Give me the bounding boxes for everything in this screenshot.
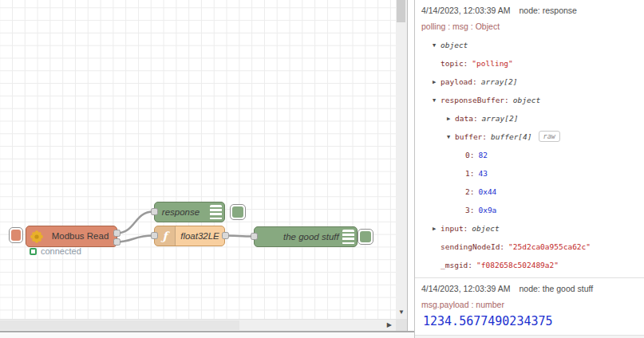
port-response-input[interactable] (151, 208, 158, 215)
modbus-status: connected (30, 246, 81, 256)
tree-row: ▶data:array[2] (421, 109, 638, 128)
tree-key: payload: (441, 77, 477, 86)
tree-row: 2:0x44 (421, 183, 638, 201)
wire-modbus-to-function[interactable] (117, 236, 153, 242)
status-ring-icon (30, 248, 37, 255)
node-goodstuff-debug[interactable]: the good stuff (254, 226, 358, 247)
modbus-node-button-fill (11, 230, 21, 241)
node-modbus-read[interactable]: Modbus Read (26, 226, 117, 247)
tree-key: 2: (465, 187, 474, 196)
tree-key: responseBuffer: (441, 96, 509, 104)
response-debug-toggle-button[interactable] (230, 204, 246, 220)
tree-row: 1:43 (421, 164, 638, 183)
scroll-right-arrow-icon[interactable]: ▶ (387, 322, 392, 328)
expand-arrow-icon[interactable]: ▼ (447, 128, 455, 147)
flow-canvas[interactable]: Modbus Read connected response ƒ float32… (0, 0, 396, 319)
debug-message: 4/14/2023, 12:03:39 AMnode: the good stu… (415, 278, 644, 336)
tree-key: buffer: (455, 132, 487, 141)
tree-key: 3: (465, 206, 474, 214)
message-meta: 4/14/2023, 12:03:39 AMnode: the good stu… (421, 284, 638, 294)
tree-key: 1: (465, 169, 474, 178)
workspace-footer (0, 331, 414, 338)
tree-value: "polling" (472, 59, 512, 68)
tree-key: data: (455, 114, 478, 123)
tree-value: object (513, 96, 540, 104)
port-modbus-output-0[interactable] (113, 230, 121, 237)
payload-value: 1234.5677490234375 (421, 315, 638, 328)
wires-layer (0, 0, 396, 319)
debug-list-icon (342, 230, 354, 245)
function-icon: ƒ (155, 226, 176, 246)
port-function-output[interactable] (222, 232, 229, 239)
raw-button[interactable]: raw (539, 131, 560, 142)
tree-value: 0x44 (478, 187, 496, 196)
tree-value: 43 (478, 169, 487, 178)
toggle-fill (232, 206, 243, 218)
tree-row: ▼buffer:buffer[4]raw (421, 128, 638, 146)
horizontal-scrollbar-thumb[interactable] (0, 320, 239, 330)
canvas-vertical-scrollbar[interactable]: ▼ (396, 0, 408, 319)
tree-key: _msgid: (441, 261, 472, 269)
tree-row: topic:"polling" (421, 54, 638, 73)
tree-value: "f082658c502489a2" (476, 261, 559, 269)
node-response-debug[interactable]: response (154, 202, 225, 222)
port-goodstuff-input[interactable] (251, 233, 258, 240)
message-meta: 4/14/2023, 12:03:39 AMnode: response (421, 6, 638, 16)
message-property-path[interactable]: polling : msg : Object (421, 22, 638, 32)
expand-arrow-icon[interactable]: ▶ (433, 220, 441, 238)
tree-value: object (441, 41, 468, 49)
tree-value: 82 (478, 151, 487, 159)
expand-arrow-icon[interactable]: ▼ (433, 37, 441, 55)
tree-row: ▶payload:array[2] (421, 73, 638, 91)
node-label-goodstuff: the good stuff (255, 227, 357, 246)
tree-key: 0: (465, 151, 474, 159)
modbus-node-button[interactable] (9, 227, 23, 243)
tree-value: array[2] (481, 77, 518, 86)
tree-row: 3:0x9a (421, 201, 638, 219)
debug-messages: 4/14/2023, 12:03:39 AMnode: responsepoll… (415, 0, 644, 336)
status-text: connected (41, 246, 81, 256)
message-property-path[interactable]: msg.payload : number (421, 300, 638, 310)
toggle-fill (360, 231, 371, 242)
expand-arrow-icon[interactable]: ▶ (433, 73, 441, 92)
message-timestamp: 4/14/2023, 12:03:39 AM (421, 6, 511, 15)
canvas-horizontal-scrollbar[interactable]: ▶ (0, 319, 396, 331)
vertical-scrollbar-thumb[interactable] (397, 0, 405, 22)
tree-row: ▼object (421, 36, 638, 54)
port-function-input[interactable] (151, 232, 158, 239)
tree-value: "25d2ca0a955ca62c" (508, 242, 591, 251)
tree-value: array[2] (482, 114, 519, 123)
wire-modbus-to-response[interactable] (117, 212, 153, 234)
tree-key: sendingNodeId: (441, 242, 504, 251)
tree-key: input: (441, 224, 468, 233)
modbus-flower-icon (30, 230, 43, 243)
json-tree: ▼objecttopic:"polling"▶payload:array[2]▼… (421, 36, 638, 274)
tree-row: ▶input:object (421, 219, 638, 238)
message-timestamp: 4/14/2023, 12:03:39 AM (421, 284, 511, 293)
tree-value: 0x9a (478, 206, 496, 214)
tree-row: ▼responseBuffer:object (421, 91, 638, 109)
tree-value: object (472, 224, 499, 233)
node-red-window: Modbus Read connected response ƒ float32… (0, 0, 644, 338)
tree-row: sendingNodeId:"25d2ca0a955ca62c" (421, 238, 638, 256)
debug-list-icon (210, 205, 222, 220)
goodstuff-debug-toggle-button[interactable] (358, 229, 373, 245)
message-source-node[interactable]: node: the good stuff (520, 284, 594, 293)
node-float32le-function[interactable]: ƒ float32LE (154, 226, 225, 246)
tree-key: topic: (441, 59, 468, 68)
port-modbus-output-1[interactable] (113, 238, 121, 246)
expand-arrow-icon[interactable]: ▼ (433, 92, 441, 110)
scroll-down-arrow-icon[interactable]: ▼ (398, 309, 405, 316)
debug-sidebar: 4/14/2023, 12:03:39 AMnode: responsepoll… (414, 0, 644, 338)
debug-message: 4/14/2023, 12:03:39 AMnode: responsepoll… (415, 0, 644, 278)
expand-arrow-icon[interactable]: ▶ (447, 110, 455, 128)
message-source-node[interactable]: node: response (520, 6, 577, 15)
tree-row: 0:82 (421, 146, 638, 164)
tree-value: buffer[4] (491, 132, 531, 141)
tree-row: _msgid:"f082658c502489a2" (421, 256, 638, 274)
